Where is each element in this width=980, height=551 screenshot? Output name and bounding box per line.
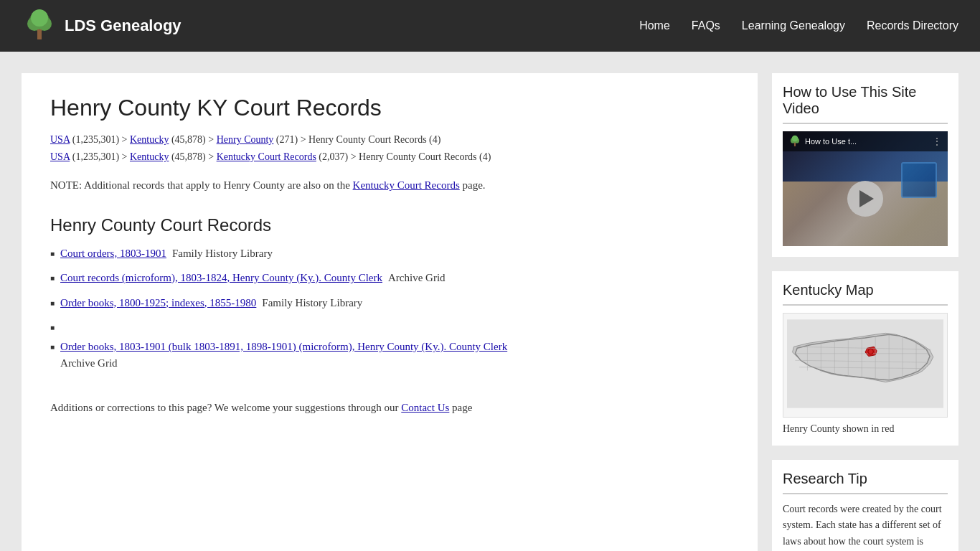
record-link-2[interactable]: Court records (microform), 1803-1824, He… xyxy=(60,270,382,286)
page-title: Henry County KY Court Records xyxy=(50,95,729,121)
breadcrumb-arrow-1b: > xyxy=(208,134,216,145)
nav-faqs[interactable]: FAQs xyxy=(692,16,720,36)
record-link-1[interactable]: Court orders, 1803-1901 xyxy=(60,245,166,262)
nav-learning[interactable]: Learning Genealogy xyxy=(742,16,845,36)
main-nav: Home FAQs Learning Genealogy Records Dir… xyxy=(639,16,958,36)
breadcrumb-ky-court[interactable]: Kentucky Court Records xyxy=(217,151,316,162)
research-tip-title: Research Tip xyxy=(783,471,948,494)
play-arrow-icon xyxy=(859,190,874,207)
video-section: How to Use This Site Video xyxy=(772,73,958,257)
breadcrumb-1: USA (1,235,301) > Kentucky (45,878) > He… xyxy=(50,134,729,146)
record-rest-1: Family History Library xyxy=(172,245,273,262)
note-end: page. xyxy=(462,179,485,191)
section-title: Henry County Court Records xyxy=(50,215,729,235)
breadcrumb-kentucky-count-2: (45,878) xyxy=(171,151,206,162)
research-tip-text: Court records were created by the court … xyxy=(783,501,948,551)
record-rest-3: Family History Library xyxy=(262,295,362,311)
record-rest-4: Archive Grid xyxy=(60,357,118,369)
nav-records[interactable]: Records Directory xyxy=(867,16,958,36)
breadcrumb-kentucky-1[interactable]: Kentucky xyxy=(130,134,169,145)
contact-us-link[interactable]: Contact Us xyxy=(401,402,449,413)
video-inner: How to Use t... ⋮ xyxy=(783,131,948,246)
breadcrumb-arrow-2c: > xyxy=(351,151,359,162)
breadcrumb-usa-2[interactable]: USA xyxy=(50,151,70,162)
breadcrumb-usa-count-2: (1,235,301) xyxy=(72,151,119,162)
nav-home[interactable]: Home xyxy=(639,16,670,36)
video-tree-icon xyxy=(788,135,801,148)
list-item: ■ Order books, 1803-1901 (bulk 1803-1891… xyxy=(50,319,729,371)
breadcrumb-kentucky-2[interactable]: Kentucky xyxy=(130,151,169,162)
note-paragraph: NOTE: Additional records that apply to H… xyxy=(50,177,729,194)
svg-rect-4 xyxy=(37,29,42,39)
record-rest-2: Archive Grid xyxy=(388,270,446,286)
play-button[interactable] xyxy=(847,181,883,217)
breadcrumb-usa-1[interactable]: USA xyxy=(50,134,70,145)
map-section-title: Kentucky Map xyxy=(783,282,948,306)
ky-court-records-link[interactable]: Kentucky Court Records xyxy=(353,179,460,191)
video-section-title: How to Use This Site Video xyxy=(783,84,948,124)
additions-text: Additions or corrections to this page? W… xyxy=(50,402,399,413)
breadcrumb-end-1: Henry County Court Records (4) xyxy=(308,134,440,145)
svg-point-27 xyxy=(868,349,874,354)
breadcrumb-arrow-2b: > xyxy=(208,151,216,162)
additions-paragraph: Additions or corrections to this page? W… xyxy=(50,400,729,416)
map-section: Kentucky Map xyxy=(772,271,958,446)
logo-text: LDS Genealogy xyxy=(65,17,182,35)
list-item: Order books, 1800-1925; indexes, 1855-19… xyxy=(50,295,729,311)
video-logo-small: How to Use t... xyxy=(788,135,857,148)
video-title-text: How to Use t... xyxy=(805,137,857,146)
breadcrumb-end-2: Henry County Court Records (4) xyxy=(359,151,491,162)
svg-point-8 xyxy=(792,136,798,142)
breadcrumb-usa-count-1: (1,235,301) xyxy=(72,134,119,145)
breadcrumb-2: USA (1,235,301) > Kentucky (45,878) > Ke… xyxy=(50,151,729,163)
additions-end: page xyxy=(452,402,472,413)
list-item: Court records (microform), 1803-1824, He… xyxy=(50,270,729,286)
page-wrapper: Henry County KY Court Records USA (1,235… xyxy=(0,52,980,551)
breadcrumb-arrow-2a: > xyxy=(122,151,130,162)
kentucky-map xyxy=(783,313,948,418)
map-caption: Henry County shown in red xyxy=(783,423,948,435)
site-header: LDS Genealogy Home FAQs Learning Genealo… xyxy=(0,0,980,52)
breadcrumb-henry-1[interactable]: Henry County xyxy=(217,134,274,145)
breadcrumb-kentucky-count-1: (45,878) xyxy=(171,134,206,145)
breadcrumb-arrow-1a: > xyxy=(122,134,130,145)
video-thumbnail[interactable]: How to Use t... ⋮ xyxy=(783,131,948,246)
breadcrumb-ky-court-count: (2,037) xyxy=(319,151,348,162)
note-text: NOTE: Additional records that apply to H… xyxy=(50,179,350,191)
records-list: Court orders, 1803-1901 Family History L… xyxy=(50,245,729,372)
video-menu-icon: ⋮ xyxy=(932,136,942,147)
breadcrumb-henry-count-1: (271) xyxy=(276,134,298,145)
video-top-bar: How to Use t... ⋮ xyxy=(783,131,948,151)
kentucky-map-svg xyxy=(787,317,943,410)
logo-area[interactable]: LDS Genealogy xyxy=(22,8,182,44)
svg-point-3 xyxy=(31,9,48,27)
svg-rect-9 xyxy=(794,143,796,146)
research-tip-section: Research Tip Court records were created … xyxy=(772,460,958,551)
list-item: Court orders, 1803-1901 Family History L… xyxy=(50,245,729,262)
sidebar: How to Use This Site Video xyxy=(772,73,958,551)
record-link-3[interactable]: Order books, 1800-1925; indexes, 1855-19… xyxy=(60,295,256,311)
breadcrumb-arrow-1c: > xyxy=(301,134,308,145)
record-link-4[interactable]: Order books, 1803-1901 (bulk 1803-1891, … xyxy=(60,341,507,352)
tree-logo-icon xyxy=(22,8,57,44)
video-content xyxy=(783,151,948,246)
main-content: Henry County KY Court Records USA (1,235… xyxy=(22,73,758,551)
